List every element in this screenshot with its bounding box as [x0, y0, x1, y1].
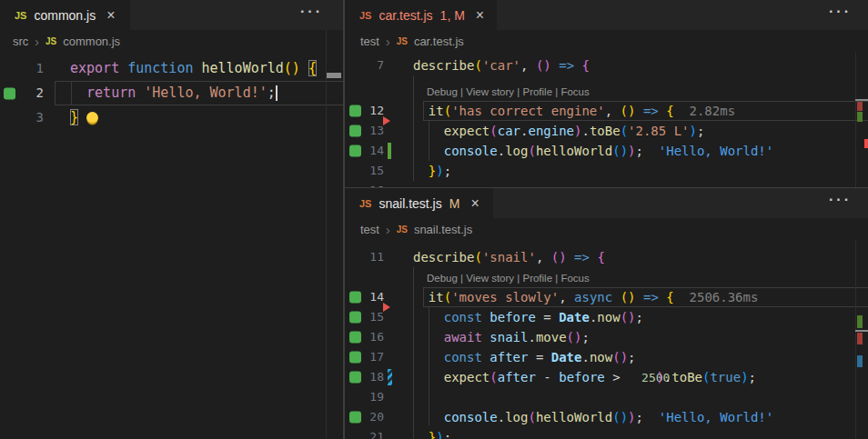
codelens-actions[interactable]: Debug | View story | Profile | Focus	[427, 86, 590, 97]
code-text: });	[413, 427, 451, 439]
close-icon[interactable]: ×	[470, 195, 479, 212]
minimap-mark	[857, 355, 863, 367]
line-number: 15	[358, 307, 384, 327]
code-text: console.log(helloWorld()); 'Hello, World…	[413, 141, 773, 161]
git-gutter-indicator	[388, 143, 391, 159]
chevron-right-icon: ›	[386, 35, 390, 49]
close-icon[interactable]: ×	[106, 7, 115, 24]
code-text: it('moves slowly', async () => { 2506.36…	[413, 287, 758, 307]
tab-label: common.js	[34, 8, 96, 23]
inline-log-value: 'Hello, World!'	[659, 144, 773, 158]
code-line[interactable]: 15 });	[345, 161, 868, 181]
editor-group-vertical-divider[interactable]	[343, 0, 345, 439]
code-line[interactable]: 3}	[0, 105, 343, 130]
codelens-actions[interactable]: Debug | View story | Profile | Focus	[427, 273, 590, 284]
tab-car-test-js[interactable]: JS car.test.js 1, M ×	[345, 0, 497, 30]
breadcrumb-file[interactable]: car.test.js	[414, 35, 464, 48]
js-file-icon: JS	[359, 198, 371, 209]
line-number: 15	[358, 161, 384, 181]
tab-label: car.test.js	[378, 8, 432, 23]
git-gutter-indicator	[388, 369, 392, 385]
code-text: export function helloWorld() {	[70, 56, 317, 81]
js-file-icon: JS	[397, 224, 408, 234]
code-line[interactable]: 18 expect(after - before > 2500).toBe(tr…	[345, 367, 868, 387]
more-actions-icon[interactable]: ···	[829, 192, 852, 208]
minimap-mark	[857, 315, 863, 328]
breadcrumb: test › JS car.test.js	[345, 30, 868, 53]
breadcrumb-file[interactable]: common.js	[63, 35, 120, 48]
tab-bar-left: JS common.js × ···	[0, 0, 343, 30]
minimap-mark	[855, 330, 868, 332]
code-line[interactable]: 7describe('car', () => {	[345, 55, 868, 75]
code-line[interactable]: 1export function helloWorld() {	[0, 56, 343, 81]
code-editor[interactable]: 11describe('snail', () => {Debug | View …	[345, 247, 868, 439]
lightbulb-icon[interactable]	[86, 112, 98, 124]
code-text: await snail.move();	[413, 327, 590, 347]
line-number: 21	[358, 427, 384, 439]
code-line[interactable]: 15 const before = Date.now();	[345, 307, 868, 327]
line-number: 1	[13, 56, 44, 81]
code-line[interactable]: 14 it('moves slowly', async () => { 2506…	[345, 287, 868, 307]
breadcrumb-folder[interactable]: test	[360, 35, 379, 48]
line-number: 16	[358, 327, 384, 347]
test-marker-icon	[383, 116, 390, 125]
editor-group-horizontal-divider[interactable]	[345, 187, 868, 188]
codelens-row[interactable]: Debug | View story | Profile | Focus	[345, 75, 868, 101]
code-text: }	[70, 105, 98, 130]
code-line[interactable]: 21 });	[345, 427, 868, 439]
js-file-icon: JS	[45, 36, 56, 46]
more-actions-icon[interactable]: ···	[300, 4, 323, 20]
breadcrumb: test › JS snail.test.js	[345, 218, 868, 241]
editor-group-snail-test: JS snail.test.js M × ··· test › JS snail…	[345, 188, 868, 439]
code-line[interactable]: 16 await snail.move();	[345, 327, 868, 347]
line-number: 14	[358, 141, 384, 161]
code-text: it('has correct engine', () => { 2.82ms	[413, 101, 735, 121]
code-line[interactable]: 17 const after = Date.now();	[345, 347, 868, 367]
line-number: 19	[358, 387, 384, 407]
line-number: 11	[358, 247, 384, 267]
code-line[interactable]: 13 expect(car.engine).toBe('2.85 L');	[345, 121, 868, 141]
close-icon[interactable]: ×	[476, 7, 484, 24]
breadcrumb-folder[interactable]: src	[13, 35, 28, 48]
code-text: return 'Hello, World!';	[70, 81, 278, 105]
breadcrumb-file[interactable]: snail.test.js	[414, 223, 472, 236]
code-text: describe('snail', () => {	[413, 247, 605, 267]
code-line[interactable]: 20 console.log(helloWorld()); 'Hello, Wo…	[345, 407, 868, 427]
minimap-mark	[855, 99, 868, 101]
minimap-mark	[857, 102, 863, 111]
code-editor[interactable]: 7describe('car', () => {Debug | View sto…	[345, 55, 868, 187]
line-number: 20	[358, 407, 384, 427]
line-number: 14	[358, 287, 384, 307]
code-line[interactable]: 16	[345, 181, 868, 187]
line-number: 7	[358, 55, 384, 75]
js-file-icon: JS	[397, 36, 408, 46]
code-line[interactable]: 2 return 'Hello, World!';	[0, 81, 343, 105]
tab-label: snail.test.js	[378, 196, 441, 211]
tab-problems-modified-badge: 1, M	[440, 8, 465, 23]
code-line[interactable]: 11describe('snail', () => {	[345, 247, 868, 267]
line-number: 13	[358, 121, 384, 141]
minimap-border	[855, 53, 856, 187]
chevron-right-icon: ›	[35, 35, 39, 49]
line-number: 3	[13, 105, 44, 130]
tab-common-js[interactable]: JS common.js ×	[0, 0, 130, 30]
breadcrumb-folder[interactable]: test	[360, 223, 379, 236]
breadcrumb: src › JS common.js	[0, 30, 343, 53]
line-number: 16	[358, 181, 384, 187]
codelens-row[interactable]: Debug | View story | Profile | Focus	[345, 267, 868, 287]
code-line[interactable]: 19	[345, 387, 868, 407]
indent-guide	[429, 307, 429, 425]
more-actions-icon[interactable]: ···	[829, 4, 852, 20]
text-cursor	[276, 85, 278, 101]
tab-bar-top-right: JS car.test.js 1, M × ···	[345, 0, 868, 30]
code-line[interactable]: 12 it('has correct engine', () => { 2.82…	[345, 101, 868, 121]
code-line[interactable]: 14 console.log(helloWorld()); 'Hello, Wo…	[345, 141, 868, 161]
minimap-border	[326, 30, 327, 439]
minimap-mark	[857, 112, 863, 122]
code-editor[interactable]: 1export function helloWorld() {2 return …	[0, 56, 343, 130]
line-number: 17	[358, 347, 384, 367]
tab-bar-bottom-right: JS snail.test.js M × ···	[345, 188, 868, 218]
tab-snail-test-js[interactable]: JS snail.test.js M ×	[345, 188, 493, 218]
minimap-mark	[327, 73, 341, 78]
code-text: const after = Date.now();	[413, 347, 636, 367]
